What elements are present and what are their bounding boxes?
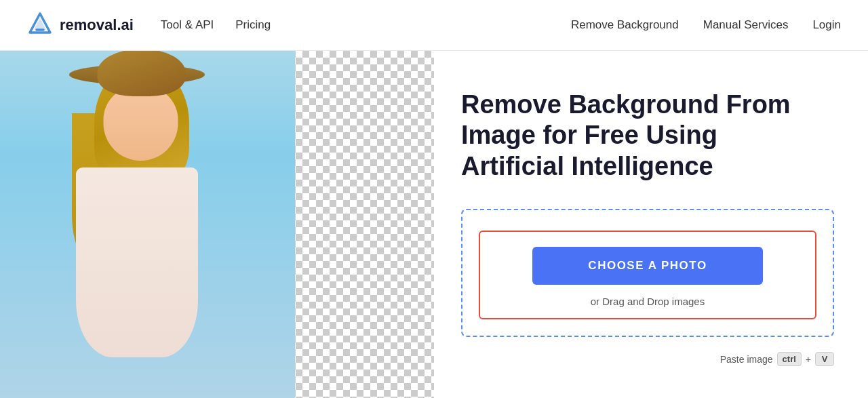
logo-text: removal.ai xyxy=(60,16,134,34)
logo[interactable]: removal.ai xyxy=(27,11,134,39)
woman-face xyxy=(103,86,178,161)
nav-link-tool-api[interactable]: Tool & API xyxy=(161,18,214,32)
logo-icon xyxy=(27,11,53,39)
woman-body xyxy=(76,167,198,357)
woman-hat-top xyxy=(97,51,185,96)
nav-links-right: Remove Background Manual Services Login xyxy=(571,18,841,32)
hero-image-container xyxy=(0,51,434,398)
hero-image-section xyxy=(0,51,434,398)
drop-zone-inner: CHOOSE A PHOTO or Drag and Drop images xyxy=(479,231,816,319)
checker-background xyxy=(282,51,434,398)
plus-sign: + xyxy=(806,354,811,365)
nav-left: removal.ai Tool & API Pricing xyxy=(27,11,271,39)
paste-label: Paste image xyxy=(720,354,773,365)
v-key: V xyxy=(815,352,834,366)
nav-link-manual-services[interactable]: Manual Services xyxy=(703,18,789,32)
hero-title: Remove Background From Image for Free Us… xyxy=(461,89,834,182)
nav-link-remove-bg[interactable]: Remove Background xyxy=(571,18,679,32)
nav-link-login[interactable]: Login xyxy=(812,18,841,32)
nav-links-left: Tool & API Pricing xyxy=(161,18,271,32)
woman-photo-background xyxy=(0,51,295,398)
drag-drop-text: or Drag and Drop images xyxy=(591,296,705,307)
content-section: Remove Background From Image for Free Us… xyxy=(434,51,868,398)
drop-zone[interactable]: CHOOSE A PHOTO or Drag and Drop images xyxy=(461,209,834,337)
ctrl-key: ctrl xyxy=(777,352,802,366)
main-content: Remove Background From Image for Free Us… xyxy=(0,51,868,398)
navigation: removal.ai Tool & API Pricing Remove Bac… xyxy=(0,0,868,51)
nav-link-pricing[interactable]: Pricing xyxy=(235,18,271,32)
choose-photo-button[interactable]: CHOOSE A PHOTO xyxy=(532,247,763,285)
woman-figure xyxy=(28,59,245,398)
paste-row: Paste image ctrl + V xyxy=(461,352,834,366)
